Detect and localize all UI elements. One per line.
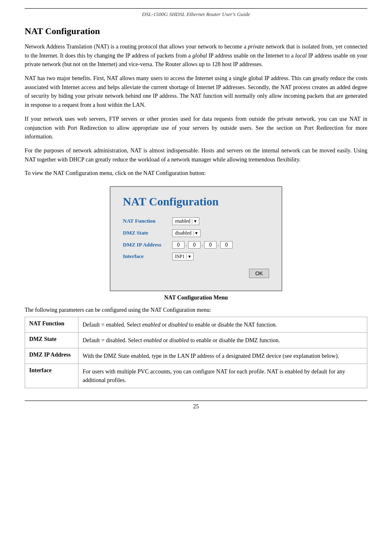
dmz-state-label: DMZ State (123, 230, 172, 236)
table-row: DMZ State Default = disabled. Select ena… (25, 332, 367, 348)
nat-function-select[interactable]: enabled ▼ (172, 217, 199, 225)
screenshot-container: NAT Configuration NAT Function enabled ▼… (25, 186, 367, 291)
paragraph-5: To view the NAT Configuration menu, clic… (25, 169, 367, 178)
nat-function-row: NAT Function enabled ▼ (123, 217, 269, 225)
param-name-dmz-state: DMZ State (25, 332, 78, 348)
param-desc-nat-function: Default = enabled. Select enabled or dis… (78, 317, 367, 332)
dmz-state-row: DMZ State disabled ▼ (123, 229, 269, 237)
ip-dot-2: . (202, 242, 203, 248)
header-rule (25, 8, 367, 9)
screenshot-caption: NAT Configuration Menu (25, 295, 367, 301)
dmz-ip-octet-3[interactable] (204, 241, 217, 249)
dmz-ip-octet-4[interactable] (220, 241, 233, 249)
interface-label: Interface (123, 253, 172, 260)
param-desc-dmz-state: Default = disabled. Select enabled or di… (78, 332, 367, 348)
params-intro: The following parameters can be configur… (25, 307, 367, 313)
ip-dot-3: . (218, 242, 219, 248)
dmz-ip-octet-2[interactable] (188, 241, 201, 249)
dmz-ip-octet-1[interactable] (172, 241, 184, 249)
ok-btn-container: OK (123, 269, 269, 278)
param-desc-interface: For users with multiple PVC accounts, yo… (78, 364, 367, 388)
param-name-interface: Interface (25, 364, 78, 388)
nat-config-box-title: NAT Configuration (123, 195, 269, 208)
ok-button[interactable]: OK (249, 269, 269, 278)
nat-function-arrow-icon: ▼ (192, 219, 198, 223)
table-row: NAT Function Default = enabled. Select e… (25, 317, 367, 332)
dmz-state-value: disabled (173, 230, 193, 236)
params-table: NAT Function Default = enabled. Select e… (25, 317, 367, 388)
dmz-ip-address-fields: . . . (172, 241, 233, 249)
nat-function-label: NAT Function (123, 218, 172, 224)
paragraph-4: For the purposes of network administrati… (25, 146, 367, 164)
interface-value: ISP1 (173, 253, 186, 260)
page-number: 25 (25, 403, 367, 410)
nat-function-value: enabled (173, 218, 192, 224)
table-row: Interface For users with multiple PVC ac… (25, 364, 367, 388)
paragraph-3: If your network uses web servers, FTP se… (25, 115, 367, 141)
dmz-ip-label: DMZ IP Address (123, 242, 172, 248)
paragraph-2: NAT has two major benefits. First, NAT a… (25, 74, 367, 110)
param-desc-dmz-ip: With the DMZ State enabled, type in the … (78, 348, 367, 364)
interface-row: Interface ISP1 ▼ (123, 253, 269, 260)
ip-dot-1: . (186, 242, 187, 248)
interface-select[interactable]: ISP1 ▼ (172, 253, 194, 260)
param-name-nat-function: NAT Function (25, 317, 78, 332)
table-row: DMZ IP Address With the DMZ State enable… (25, 348, 367, 364)
dmz-state-arrow-icon: ▼ (193, 231, 199, 235)
paragraph-1: Network Address Translation (NAT) is a r… (25, 42, 367, 69)
page-title: NAT Configuration (25, 26, 367, 37)
header-title: DSL-1500G SHDSL Ethernet Router User's G… (25, 11, 367, 18)
footer-rule (25, 401, 367, 401)
interface-arrow-icon: ▼ (186, 254, 192, 259)
param-name-dmz-ip: DMZ IP Address (25, 348, 78, 364)
nat-config-screenshot: NAT Configuration NAT Function enabled ▼… (110, 186, 282, 291)
dmz-state-select[interactable]: disabled ▼ (172, 229, 201, 237)
dmz-ip-row: DMZ IP Address . . . (123, 241, 269, 249)
